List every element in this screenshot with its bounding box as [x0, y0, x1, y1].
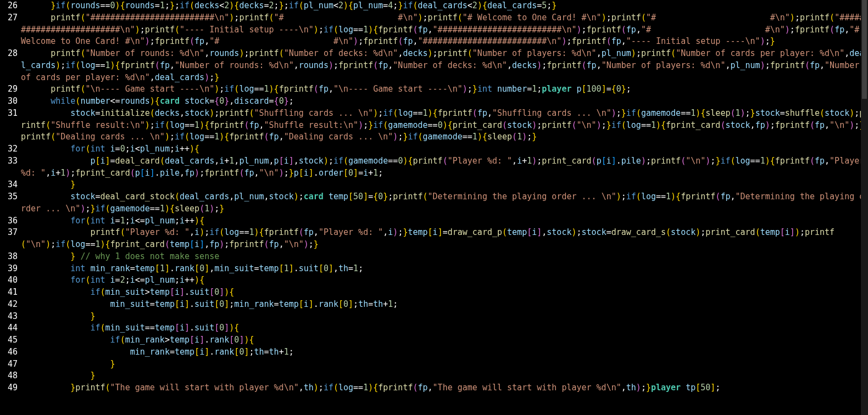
line-number: 41: [1, 287, 18, 299]
line-number: 32: [1, 143, 18, 155]
code-line[interactable]: int min_rank=temp[1].rank[0],min_suit=te…: [18, 263, 868, 275]
code-line[interactable]: }: [18, 179, 868, 191]
line-number-gutter: 2627 28 293031 3233 3435 3637 3839404142…: [0, 0, 18, 415]
line-number: 44: [1, 322, 18, 334]
line-number: 45: [1, 334, 18, 346]
line-number: 31: [1, 108, 18, 120]
code-line[interactable]: min_rank=temp[i].rank[0];th=th+1;: [18, 346, 868, 358]
line-number-continuation: [1, 167, 18, 180]
code-line[interactable]: }if(rounds==0){rounds=1;};if(decks<2){de…: [18, 0, 868, 12]
code-line[interactable]: }: [18, 311, 868, 323]
code-line[interactable]: stock=initialize(decks,stock);printf("Sh…: [18, 108, 868, 143]
code-line[interactable]: printf("#########################\n");pr…: [18, 12, 868, 48]
line-number: 43: [1, 311, 18, 323]
line-number-continuation: [1, 131, 18, 143]
line-number: 46: [1, 346, 18, 358]
code-line[interactable]: while(number<=rounds){card stock={0},dis…: [18, 96, 868, 108]
vertical-scrollbar[interactable]: [861, 0, 868, 415]
line-number: 28: [1, 48, 18, 60]
line-number: 40: [1, 274, 18, 287]
line-number: 35: [1, 191, 18, 203]
line-number: 33: [1, 155, 18, 167]
line-number: 42: [1, 299, 18, 311]
line-number-continuation: [1, 24, 18, 36]
code-line[interactable]: } // why 1 does not make sense: [18, 251, 868, 263]
code-line[interactable]: printf("\n---- Game start ----\n");if(lo…: [18, 83, 868, 96]
line-number-continuation: [1, 60, 18, 72]
line-number: 36: [1, 215, 18, 227]
line-number: 49: [1, 382, 18, 394]
code-line[interactable]: for(int i=1;i<=pl_num;i++){: [18, 215, 868, 227]
line-number: 27: [1, 12, 18, 24]
line-number: 26: [1, 0, 18, 12]
code-area[interactable]: }if(rounds==0){rounds=1;};if(decks<2){de…: [18, 0, 868, 415]
line-number-continuation: [1, 239, 18, 251]
code-line[interactable]: }: [18, 358, 868, 371]
code-line[interactable]: for(int i=2;i<=pl_num;i++){: [18, 274, 868, 287]
line-number: 39: [1, 263, 18, 275]
code-line[interactable]: if(min_suit>temp[i].suit[0]){: [18, 287, 868, 299]
line-number: 48: [1, 370, 18, 382]
line-number: 34: [1, 179, 18, 191]
code-line[interactable]: printf("Player %d: ",i);if(log==1){fprin…: [18, 227, 868, 251]
code-line[interactable]: for(int i=0;i<pl_num;i++){: [18, 143, 868, 155]
code-line[interactable]: min_suit=temp[i].suit[0];min_rank=temp[i…: [18, 299, 868, 311]
scrollbar-thumb[interactable]: [862, 0, 867, 99]
line-number-continuation: [1, 72, 18, 84]
code-line[interactable]: printf("Number of rounds: %d\n",rounds);…: [18, 48, 868, 83]
line-number: 37: [1, 227, 18, 239]
code-line[interactable]: p[i]=deal_card(deal_cards,i+1,pl_num,p[i…: [18, 155, 868, 180]
line-number: 30: [1, 96, 18, 108]
code-line[interactable]: }printf("The game will start with player…: [18, 382, 868, 394]
code-line[interactable]: stock=deal_card_stock(deal_cards,pl_num,…: [18, 191, 868, 215]
code-editor[interactable]: 2627 28 293031 3233 3435 3637 3839404142…: [0, 0, 868, 415]
line-number-continuation: [1, 120, 18, 132]
line-number: 29: [1, 83, 18, 96]
line-number: 38: [1, 251, 18, 263]
code-line[interactable]: if(min_rank>temp[i].rank[0]){: [18, 334, 868, 346]
code-line[interactable]: if(min_suit==temp[i].suit[0]){: [18, 322, 868, 334]
line-number: 47: [1, 358, 18, 371]
line-number-continuation: [1, 203, 18, 215]
code-line[interactable]: }: [18, 370, 868, 382]
line-number-continuation: [1, 36, 18, 48]
